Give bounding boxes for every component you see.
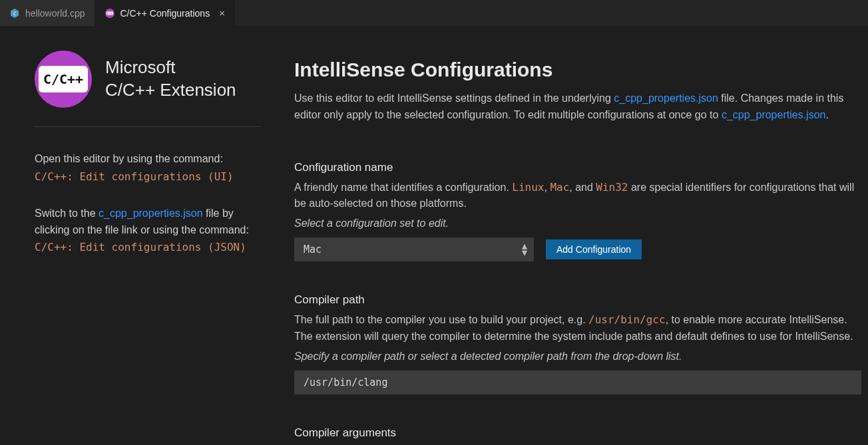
tab-label: C/C++ Configurations bbox=[120, 8, 210, 19]
special-id-win32: Win32 bbox=[596, 181, 628, 194]
svg-text:C: C bbox=[13, 11, 16, 17]
configuration-select-wrap: Mac ▴▾ bbox=[294, 237, 534, 261]
special-id-mac: Mac bbox=[550, 181, 569, 194]
switch-paragraph: Switch to the c_cpp_properties.json file… bbox=[35, 206, 261, 239]
special-id-linux: Linux bbox=[512, 181, 544, 194]
c-cpp-properties-link[interactable]: c_cpp_properties.json bbox=[722, 109, 826, 120]
extension-title: Microsoft C/C++ Extension bbox=[105, 57, 236, 102]
open-editor-paragraph: Open this editor by using the command: bbox=[35, 151, 261, 168]
extension-logo-text: C/C++ bbox=[39, 66, 88, 92]
page-lead: Use this editor to edit IntelliSense set… bbox=[294, 90, 861, 124]
section-title: Compiler arguments bbox=[294, 426, 861, 440]
section-configuration-name: Configuration name A friendly name that … bbox=[294, 161, 861, 262]
extension-header: C/C++ Microsoft C/C++ Extension bbox=[35, 51, 261, 108]
sidebar: C/C++ Microsoft C/C++ Extension Open thi… bbox=[0, 27, 280, 445]
c-cpp-properties-link[interactable]: c_cpp_properties.json bbox=[99, 208, 203, 219]
extension-title-line2: C/C++ Extension bbox=[105, 79, 236, 102]
divider bbox=[35, 126, 261, 127]
section-description: A friendly name that identifies a config… bbox=[294, 180, 861, 213]
svg-text:C++: C++ bbox=[107, 12, 112, 15]
compiler-path-input[interactable] bbox=[294, 371, 861, 394]
extension-tab-icon: C++ bbox=[105, 8, 115, 19]
section-description: The full path to the compiler you use to… bbox=[294, 312, 861, 345]
switch-command: C/C++: Edit configurations (JSON) bbox=[35, 241, 261, 253]
configuration-select[interactable]: Mac bbox=[294, 237, 534, 261]
switch-para-pre: Switch to the bbox=[35, 208, 99, 219]
lead-post: . bbox=[825, 109, 828, 120]
page-title: IntelliSense Configurations bbox=[294, 59, 861, 81]
extension-title-line1: Microsoft bbox=[105, 57, 236, 79]
lead-pre: Use this editor to edit IntelliSense set… bbox=[294, 92, 614, 104]
desc-pre: The full path to the compiler you use to… bbox=[294, 314, 588, 325]
tab-helloworld[interactable]: C helloworld.cpp bbox=[0, 0, 95, 26]
close-icon[interactable]: × bbox=[219, 8, 225, 18]
section-hint: Select a configuration set to edit. bbox=[294, 218, 861, 229]
section-title: Configuration name bbox=[294, 161, 861, 174]
tab-cpp-configurations[interactable]: C++ C/C++ Configurations × bbox=[95, 0, 235, 26]
cpp-file-icon: C bbox=[9, 8, 20, 19]
tab-label: helloworld.cpp bbox=[25, 8, 85, 19]
compiler-path-example: /usr/bin/gcc bbox=[588, 313, 666, 326]
section-title: Compiler path bbox=[294, 293, 861, 307]
desc-pre: A friendly name that identifies a config… bbox=[294, 182, 512, 193]
extension-logo: C/C++ bbox=[35, 51, 92, 108]
add-configuration-button[interactable]: Add Configuration bbox=[546, 239, 642, 259]
section-compiler-path: Compiler path The full path to the compi… bbox=[294, 293, 861, 394]
main-panel: IntelliSense Configurations Use this edi… bbox=[280, 27, 868, 445]
open-editor-command: C/C++: Edit configurations (UI) bbox=[35, 170, 261, 183]
c-cpp-properties-link[interactable]: c_cpp_properties.json bbox=[614, 92, 718, 104]
tab-bar: C helloworld.cpp C++ C/C++ Configuration… bbox=[0, 0, 868, 27]
section-hint: Specify a compiler path or select a dete… bbox=[294, 351, 861, 363]
comma-and: , and bbox=[569, 182, 596, 193]
section-compiler-arguments: Compiler arguments Compiler arguments to… bbox=[294, 426, 861, 445]
